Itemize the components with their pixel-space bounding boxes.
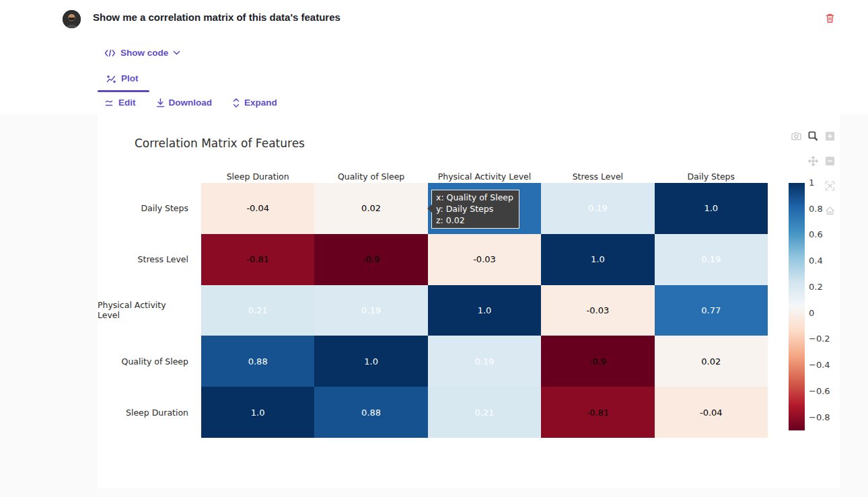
chart-title: Correlation Matrix of Features — [135, 137, 305, 150]
hover-tooltip: x: Quality of Sleep y: Daily Steps z: 0.… — [431, 190, 519, 229]
show-code-label: Show code — [120, 48, 168, 58]
heatmap-cell[interactable]: 0.21 — [201, 285, 314, 336]
x-axis-label: Physical Activity Level — [428, 171, 541, 182]
colorbar-tick: −0.2 — [809, 334, 830, 344]
x-axis-label: Sleep Duration — [201, 171, 314, 182]
x-axis-label: Stress Level — [541, 171, 654, 182]
colorbar-tick: 1 — [809, 178, 814, 188]
heatmap-cell[interactable]: 0.21 — [428, 387, 541, 438]
colorbar-tick: −0.6 — [809, 386, 830, 396]
adjust-icon — [105, 99, 114, 107]
tooltip-z-line: z: 0.02 — [436, 215, 513, 226]
download-label: Download — [169, 98, 213, 108]
heatmap-cell[interactable]: -0.81 — [201, 234, 314, 285]
tooltip-arrow — [427, 204, 432, 213]
colorbar — [789, 183, 805, 430]
heatmap-cell[interactable]: 0.19 — [655, 234, 768, 285]
colorbar-tick: −0.4 — [809, 360, 830, 370]
tooltip-y-line: y: Daily Steps — [436, 203, 513, 215]
camera-icon[interactable] — [791, 131, 801, 141]
tooltip-x-line: x: Quality of Sleep — [436, 192, 513, 203]
colorbar-tick-labels: 10.80.60.40.20−0.2−0.4−0.6−0.8 — [809, 183, 840, 430]
heatmap-cell[interactable]: 0.02 — [655, 336, 768, 387]
heatmap-cell[interactable]: -0.04 — [201, 183, 314, 234]
heatmap-cell[interactable]: 0.88 — [314, 387, 427, 438]
heatmap-cell[interactable]: -0.03 — [541, 285, 654, 336]
edit-button[interactable]: Edit — [105, 98, 136, 108]
heatmap-cell[interactable]: -0.03 — [428, 234, 541, 285]
heatmap-cell[interactable]: -0.81 — [541, 387, 654, 438]
heatmap-cell[interactable]: 0.19 — [428, 336, 541, 387]
y-axis-label: Physical Activity Level — [98, 285, 194, 336]
heatmap-cell[interactable]: 1.0 — [541, 234, 654, 285]
expand-label: Expand — [244, 98, 277, 108]
plot-card: Correlation Matrix of Features — [98, 114, 840, 488]
y-axis-label: Quality of Sleep — [98, 336, 194, 387]
zoom-out-icon[interactable] — [825, 156, 835, 166]
colorbar-tick: 0 — [809, 308, 814, 318]
x-axis-label: Daily Steps — [655, 171, 768, 182]
colorbar-tick: −0.8 — [809, 412, 830, 422]
colorbar-tick: 0.8 — [809, 204, 823, 214]
x-axis-label: Quality of Sleep — [314, 171, 427, 182]
heatmap-cell[interactable]: 0.19 — [541, 183, 654, 234]
chevron-down-icon — [173, 50, 180, 55]
heatmap-cell[interactable]: -0.9 — [314, 234, 427, 285]
colorbar-tick: 0.2 — [809, 282, 823, 292]
heatmap-cell[interactable]: 1.0 — [314, 336, 427, 387]
heatmap-grid: x: Quality of Sleep y: Daily Steps z: 0.… — [201, 183, 768, 438]
tab-active-underline — [98, 90, 149, 92]
heatmap-cell[interactable]: 0.77 — [655, 285, 768, 336]
heatmap-cell[interactable]: -0.9 — [541, 336, 654, 387]
show-code-button[interactable]: Show code — [104, 48, 180, 58]
expand-icon — [232, 98, 240, 108]
heatmap-cell[interactable]: 0.02 — [314, 183, 427, 234]
heatmap-cell[interactable]: -0.04 — [655, 387, 768, 438]
edit-label: Edit — [118, 98, 136, 108]
expand-button[interactable]: Expand — [232, 98, 277, 108]
download-button[interactable]: Download — [156, 98, 213, 108]
heatmap-cell[interactable]: 1.0 — [428, 285, 541, 336]
message-header: Show me a correlation matrix of this dat… — [0, 0, 868, 114]
sparkline-chart-icon — [106, 74, 116, 83]
heatmap-cell[interactable]: 1.0 — [201, 387, 314, 438]
zoom-icon[interactable] — [808, 131, 818, 141]
app-canvas: Show me a correlation matrix of this dat… — [0, 0, 868, 497]
avatar-photo — [63, 10, 81, 28]
pan-icon[interactable] — [808, 156, 818, 166]
tab-plot[interactable]: Plot — [106, 73, 139, 83]
heatmap-cell[interactable]: 0.88 — [201, 336, 314, 387]
heatmap-y-axis-labels: Daily StepsStress LevelPhysical Activity… — [98, 183, 194, 438]
y-axis-label: Stress Level — [98, 234, 194, 285]
avatar — [63, 10, 81, 28]
plot-toolbar: Edit Download Expand — [105, 98, 277, 108]
code-icon — [104, 49, 116, 57]
heatmap-cell[interactable]: 1.0 — [655, 183, 768, 234]
y-axis-label: Sleep Duration — [98, 387, 194, 438]
zoom-in-icon[interactable] — [825, 131, 835, 141]
download-icon — [156, 98, 165, 108]
user-message: Show me a correlation matrix of this dat… — [93, 11, 340, 23]
tab-plot-label: Plot — [121, 73, 139, 83]
trash-icon[interactable] — [825, 13, 837, 25]
y-axis-label: Daily Steps — [98, 183, 194, 234]
heatmap-x-axis-labels: Sleep DurationQuality of SleepPhysical A… — [201, 171, 768, 182]
colorbar-tick: 0.4 — [809, 256, 823, 266]
heatmap-cell[interactable]: 0.19 — [314, 285, 427, 336]
colorbar-tick: 0.6 — [809, 229, 823, 239]
